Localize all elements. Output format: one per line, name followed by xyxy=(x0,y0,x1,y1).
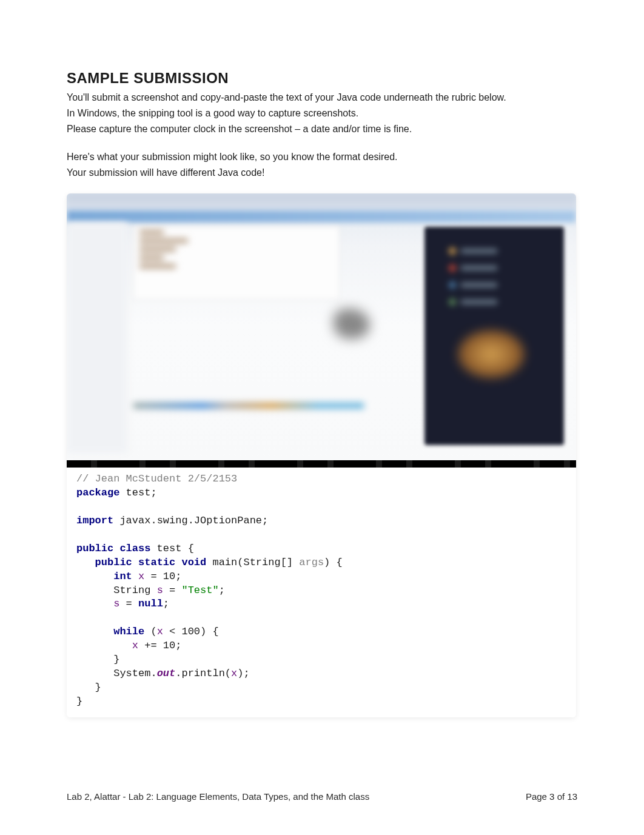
sample-java-code: // Jean McStudent 2/5/2153 package test;… xyxy=(67,460,576,717)
page-footer: Lab 2, Alattar - Lab 2: Language Element… xyxy=(67,791,577,802)
footer-right: Page 3 of 13 xyxy=(526,791,577,802)
intro-line-2: In Windows, the snipping tool is a good … xyxy=(67,106,577,121)
intro-line-3: Please capture the computer clock in the… xyxy=(67,122,577,136)
intro-line-1: You'll submit a screenshot and copy-and-… xyxy=(67,90,577,105)
intro-line-4: Here's what your submission might look l… xyxy=(67,150,577,164)
footer-left: Lab 2, Alattar - Lab 2: Language Element… xyxy=(67,791,369,802)
blurred-ide-screenshot xyxy=(67,193,576,460)
section-heading: SAMPLE SUBMISSION xyxy=(67,70,577,87)
sample-screenshot-container: // Jean McStudent 2/5/2153 package test;… xyxy=(67,193,576,717)
intro-line-5: Your submission will have different Java… xyxy=(67,166,577,180)
code-comment: // Jean McStudent 2/5/2153 xyxy=(76,473,237,485)
